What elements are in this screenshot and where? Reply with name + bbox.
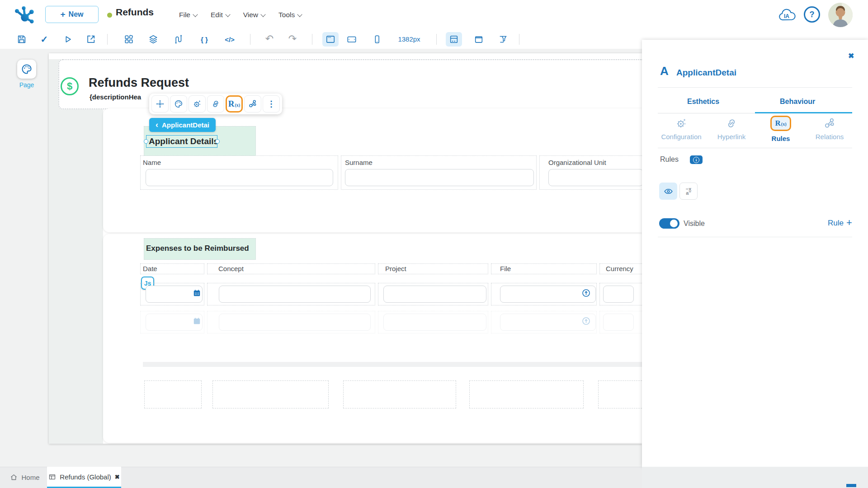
toolbar-separator <box>250 34 250 45</box>
gear-sparkle-icon <box>675 117 687 129</box>
chevron-down-icon <box>260 12 265 17</box>
canvas-left-margin <box>49 59 103 444</box>
form-currency-badge: $ <box>61 77 79 95</box>
toolbar-separator <box>436 34 437 45</box>
empty-placeholder-cell[interactable] <box>144 380 202 408</box>
concept-input[interactable] <box>219 286 371 303</box>
tablet-icon <box>347 34 357 44</box>
currency-input[interactable] <box>603 286 634 303</box>
visible-toggle[interactable] <box>659 218 679 229</box>
column-label: Date <box>143 265 157 272</box>
panel-close-icon[interactable]: ✖ <box>848 52 854 60</box>
empty-placeholder-cell[interactable] <box>598 380 642 408</box>
subtab-label: Configuration <box>661 133 701 141</box>
save-button[interactable] <box>16 34 27 45</box>
app-title: Refunds <box>116 7 154 18</box>
check-icon: ✓ <box>41 34 48 45</box>
relations-molecule-icon <box>248 99 257 108</box>
column-label: Concept <box>218 265 244 272</box>
menu-bar: File Edit View Tools <box>179 0 302 30</box>
relations-button[interactable] <box>244 95 261 113</box>
empty-placeholder-cell[interactable] <box>212 380 329 408</box>
org-unit-input[interactable] <box>548 169 642 186</box>
validate-button[interactable]: ✓ <box>39 34 50 45</box>
preview-button[interactable] <box>62 34 73 45</box>
new-button[interactable]: + New <box>45 6 99 23</box>
canvas-width-value[interactable]: 1382px <box>394 35 424 43</box>
app-logo[interactable] <box>12 3 36 27</box>
form-title[interactable]: Refunds Request <box>89 76 189 90</box>
connections-button[interactable] <box>173 34 184 45</box>
subtab-label: Rules <box>772 135 790 142</box>
more-options-button[interactable]: ⋮ <box>263 95 280 113</box>
project-input[interactable] <box>383 286 486 303</box>
empty-placeholder-cell[interactable] <box>469 380 584 408</box>
rules-button[interactable]: R(x) <box>226 95 243 113</box>
eye-icon <box>664 187 673 196</box>
source-code-button[interactable]: </> <box>222 35 238 44</box>
container-button[interactable] <box>473 34 484 45</box>
configuration-button[interactable] <box>189 95 206 113</box>
kebab-icon: ⋮ <box>267 99 275 109</box>
panel-layout-button[interactable] <box>446 32 462 47</box>
group1-title[interactable]: Applicant Details <box>149 136 218 146</box>
plus-icon: + <box>846 217 852 229</box>
visibility-rule-button[interactable] <box>659 183 677 200</box>
move-icon <box>156 99 165 108</box>
subtab-configuration[interactable]: Configuration <box>658 117 705 141</box>
name-input[interactable] <box>146 169 333 186</box>
close-tab-icon[interactable]: ✖ <box>115 474 120 480</box>
empty-placeholder-cell[interactable] <box>343 380 456 408</box>
link-icon <box>211 99 220 108</box>
subtab-relations[interactable]: Relations <box>806 117 853 141</box>
divider <box>658 237 852 237</box>
resize-grip[interactable] <box>846 484 856 487</box>
tablet-view-button[interactable] <box>346 34 357 45</box>
undo-icon: ↶ <box>265 33 274 45</box>
esthetics-button[interactable] <box>170 95 187 113</box>
resize-handle-right[interactable] <box>215 139 220 144</box>
tab-behaviour[interactable]: Behaviour <box>780 98 815 106</box>
move-element-button[interactable] <box>151 95 169 113</box>
add-rule-button[interactable]: Rule + <box>828 218 852 229</box>
subtab-hyperlink[interactable]: Hyperlink <box>708 117 755 141</box>
field-label: Name <box>143 159 161 166</box>
menu-file[interactable]: File <box>179 11 197 19</box>
home-tab[interactable]: Home <box>5 467 44 488</box>
menu-edit[interactable]: Edit <box>211 11 230 19</box>
page-style-button[interactable] <box>17 60 36 79</box>
upload-icon[interactable] <box>581 288 591 298</box>
redo-button[interactable]: ↷ <box>287 33 298 45</box>
subtab-rules[interactable]: R(x) Rules <box>757 117 804 142</box>
desktop-view-button[interactable] <box>322 32 339 47</box>
braces-button[interactable]: { } <box>198 35 211 44</box>
components-button[interactable] <box>123 34 134 45</box>
menu-tools[interactable]: Tools <box>278 11 302 19</box>
resize-handle-left[interactable] <box>144 139 148 144</box>
menu-view[interactable]: View <box>243 11 265 19</box>
help-button[interactable]: ? <box>804 6 820 23</box>
user-avatar[interactable] <box>828 3 853 27</box>
tab-esthetics[interactable]: Esthetics <box>687 98 719 106</box>
rename-rule-button[interactable]: −x a″ <box>679 183 698 200</box>
parent-tag-label: ApplicantDetai <box>162 121 209 129</box>
active-form-tab[interactable]: Refunds (Global) ✖ <box>47 467 121 488</box>
hyperlink-button[interactable] <box>207 95 224 113</box>
window-frame-icon <box>474 34 484 44</box>
toggle-knob <box>670 220 678 227</box>
surname-input[interactable] <box>345 169 534 186</box>
ai-assistant-button[interactable]: IA <box>778 7 797 23</box>
calendar-glyph <box>193 289 201 297</box>
info-icon[interactable]: i <box>690 155 703 164</box>
export-button[interactable] <box>85 34 96 45</box>
calendar-icon[interactable] <box>193 289 201 297</box>
filter-button[interactable] <box>498 34 509 45</box>
layers-button[interactable] <box>148 34 159 45</box>
mobile-view-button[interactable] <box>372 34 382 45</box>
group2-title[interactable]: Expenses to be Reimbursed <box>146 244 249 253</box>
dollar-icon: $ <box>67 80 72 92</box>
parent-breadcrumb-tag[interactable]: ‹ ApplicantDetai <box>149 118 216 132</box>
blocks-grid-icon <box>124 34 134 44</box>
form-subtitle-placeholder[interactable]: {descriptionHea <box>90 93 141 101</box>
undo-button[interactable]: ↶ <box>264 33 275 45</box>
